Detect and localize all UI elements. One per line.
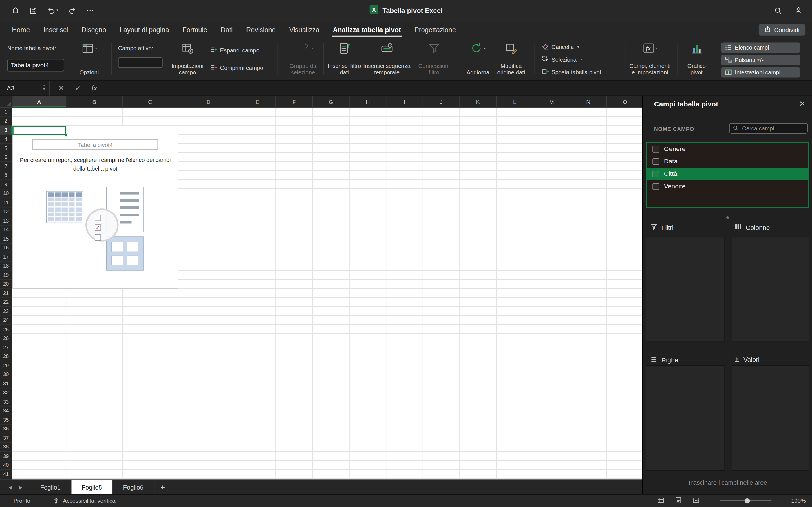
row-header-2[interactable]: 2 bbox=[0, 117, 12, 126]
column-header-c[interactable]: C bbox=[123, 96, 178, 107]
active-field-input[interactable] bbox=[118, 57, 163, 68]
row-header-27[interactable]: 27 bbox=[0, 343, 12, 352]
zoom-slider-thumb[interactable] bbox=[745, 498, 750, 503]
row-header-10[interactable]: 10 bbox=[0, 189, 12, 198]
column-header-k[interactable]: K bbox=[460, 96, 497, 107]
fields-items-button[interactable]: fx ▾ Campi, elementi e impostazioni bbox=[629, 42, 671, 76]
redo-button[interactable] bbox=[68, 6, 77, 14]
row-header-5[interactable]: 5 bbox=[0, 144, 12, 153]
select-all-corner[interactable] bbox=[0, 96, 12, 107]
confirm-entry-icon[interactable]: ✓ bbox=[75, 84, 81, 92]
row-header-14[interactable]: 14 bbox=[0, 225, 12, 234]
row-header-17[interactable]: 17 bbox=[0, 252, 12, 262]
account-icon[interactable] bbox=[795, 6, 803, 14]
grid-body[interactable]: Tabella pivot4 Per creare un report, sce… bbox=[12, 108, 642, 480]
pivot-chart-button[interactable]: Grafico pivot bbox=[681, 42, 712, 76]
field-checkbox-citt[interactable] bbox=[652, 170, 659, 177]
field-settings-button[interactable]: Impostazioni campo bbox=[170, 42, 205, 76]
select-button[interactable]: Seleziona ▾ bbox=[542, 55, 582, 64]
previous-sheet-icon[interactable]: ◀ bbox=[8, 485, 12, 490]
field-search-input[interactable] bbox=[741, 125, 804, 132]
field-list-toggle[interactable]: Elenco campi bbox=[721, 43, 800, 53]
field-item-vendite[interactable]: Vendite bbox=[647, 180, 808, 192]
add-sheet-button[interactable]: + bbox=[160, 483, 165, 492]
row-header-6[interactable]: 6 bbox=[0, 153, 12, 162]
accessibility-status[interactable]: Accessibilità: verifica bbox=[63, 498, 115, 504]
row-header-18[interactable]: 18 bbox=[0, 262, 12, 270]
close-panel-icon[interactable]: ✕ bbox=[799, 100, 806, 108]
row-header-22[interactable]: 22 bbox=[0, 298, 12, 307]
row-header-20[interactable]: 20 bbox=[0, 280, 12, 289]
zoom-out-button[interactable]: − bbox=[710, 497, 714, 505]
insert-function-icon[interactable]: fx bbox=[92, 84, 97, 92]
panel-resize-handle[interactable] bbox=[726, 216, 728, 219]
field-checkbox-data[interactable] bbox=[652, 158, 659, 165]
row-header-8[interactable]: 8 bbox=[0, 171, 12, 180]
row-header-28[interactable]: 28 bbox=[0, 352, 12, 361]
tab-inserisci[interactable]: Inserisci bbox=[37, 20, 75, 38]
more-options-icon[interactable]: ⋯ bbox=[86, 6, 94, 15]
area-dropzone-righe[interactable] bbox=[646, 365, 724, 471]
row-header-34[interactable]: 34 bbox=[0, 406, 12, 415]
row-header-39[interactable]: 39 bbox=[0, 452, 12, 460]
column-header-j[interactable]: J bbox=[423, 96, 460, 107]
sheet-tab-foglio6[interactable]: Foglio6 bbox=[113, 480, 154, 494]
area-dropzone-colonne[interactable] bbox=[732, 237, 809, 341]
row-header-7[interactable]: 7 bbox=[0, 162, 12, 171]
cancel-entry-icon[interactable]: ✕ bbox=[59, 84, 64, 92]
tab-layout-di-pagina[interactable]: Layout di pagina bbox=[113, 20, 176, 38]
field-headers-toggle[interactable]: Intestazioni campi bbox=[721, 67, 800, 78]
search-icon[interactable] bbox=[774, 6, 782, 14]
tab-revisione[interactable]: Revisione bbox=[239, 20, 283, 38]
column-header-g[interactable]: G bbox=[313, 96, 349, 107]
row-header-11[interactable]: 11 bbox=[0, 198, 12, 207]
insert-slicer-button[interactable]: Inserisci filtro dati bbox=[326, 42, 363, 76]
row-header-13[interactable]: 13 bbox=[0, 216, 12, 225]
row-header-35[interactable]: 35 bbox=[0, 415, 12, 425]
row-header-29[interactable]: 29 bbox=[0, 361, 12, 370]
normal-view-icon[interactable] bbox=[657, 497, 664, 505]
zoom-level[interactable]: 100% bbox=[788, 498, 806, 504]
sheet-tab-foglio5[interactable]: Foglio5 bbox=[71, 480, 113, 494]
refresh-button[interactable]: ▾ Aggiorna bbox=[462, 42, 494, 76]
row-header-1[interactable]: 1 bbox=[0, 108, 12, 117]
row-header-16[interactable]: 16 bbox=[0, 243, 12, 252]
pivot-name-input[interactable] bbox=[7, 59, 64, 71]
field-search-box[interactable] bbox=[729, 123, 808, 133]
column-header-i[interactable]: I bbox=[386, 96, 423, 107]
tab-analizza-tabella-pivot[interactable]: Analizza tabella pivot bbox=[326, 20, 408, 38]
undo-button[interactable]: ▾ bbox=[47, 6, 58, 14]
tab-progettazione[interactable]: Progettazione bbox=[408, 20, 463, 38]
row-header-23[interactable]: 23 bbox=[0, 307, 12, 316]
name-box[interactable]: A3 ▲▼ bbox=[0, 81, 50, 96]
clear-button[interactable]: Cancella ▾ bbox=[542, 43, 579, 52]
column-header-f[interactable]: F bbox=[276, 96, 313, 107]
row-header-19[interactable]: 19 bbox=[0, 271, 12, 280]
field-item-data[interactable]: Data bbox=[647, 155, 808, 168]
field-item-citt[interactable]: Città bbox=[647, 168, 808, 180]
column-header-e[interactable]: E bbox=[239, 96, 276, 107]
row-header-31[interactable]: 31 bbox=[0, 379, 12, 388]
column-header-a[interactable]: A bbox=[12, 96, 66, 107]
field-checkbox-vendite[interactable] bbox=[652, 183, 659, 189]
sheet-tab-foglio1[interactable]: Foglio1 bbox=[30, 480, 71, 494]
row-header-32[interactable]: 32 bbox=[0, 388, 12, 397]
change-data-source-button[interactable]: Modifica origine dati bbox=[493, 42, 529, 76]
area-dropzone-filtri[interactable] bbox=[646, 237, 724, 341]
page-break-view-icon[interactable] bbox=[692, 497, 700, 505]
tab-home[interactable]: Home bbox=[5, 20, 36, 38]
row-header-25[interactable]: 25 bbox=[0, 325, 12, 334]
share-button[interactable]: Condividi bbox=[758, 24, 805, 36]
formula-input[interactable] bbox=[106, 81, 812, 96]
area-dropzone-valori[interactable] bbox=[732, 365, 809, 471]
home-icon[interactable] bbox=[11, 6, 19, 14]
name-box-spinner[interactable]: ▲▼ bbox=[43, 84, 46, 91]
tab-disegno[interactable]: Disegno bbox=[75, 20, 113, 38]
column-header-l[interactable]: L bbox=[497, 96, 533, 107]
row-header-37[interactable]: 37 bbox=[0, 434, 12, 443]
column-header-o[interactable]: O bbox=[607, 96, 642, 107]
column-header-h[interactable]: H bbox=[350, 96, 386, 107]
row-header-30[interactable]: 30 bbox=[0, 370, 12, 379]
tab-dati[interactable]: Dati bbox=[214, 20, 239, 38]
row-header-33[interactable]: 33 bbox=[0, 397, 12, 406]
